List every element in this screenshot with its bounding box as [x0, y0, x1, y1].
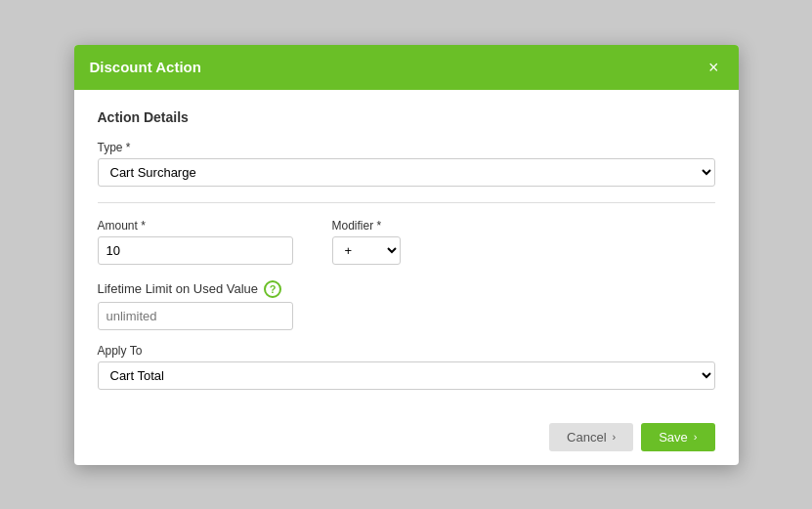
- lifetime-label-row: Lifetime Limit on Used Value ?: [98, 280, 715, 298]
- save-label: Save: [659, 430, 688, 445]
- cancel-arrow-icon: ›: [613, 431, 617, 443]
- modal-footer: Cancel › Save ›: [74, 409, 739, 465]
- apply-to-label: Apply To: [98, 344, 715, 358]
- modal-close-button[interactable]: ×: [705, 57, 723, 78]
- modal-body: Action Details Type * Cart Surcharge Dis…: [74, 90, 739, 409]
- amount-modifier-row: Amount * Modifier * + - %: [98, 219, 715, 265]
- modal-title: Discount Action: [90, 59, 201, 75]
- modal-overlay: Discount Action × Action Details Type * …: [0, 0, 812, 509]
- cancel-label: Cancel: [567, 430, 606, 445]
- type-field-group: Type * Cart Surcharge Discount Fixed Pri…: [98, 141, 715, 187]
- form-divider: [98, 202, 715, 203]
- lifetime-field-group: Lifetime Limit on Used Value ?: [98, 280, 715, 330]
- save-arrow-icon: ›: [694, 431, 698, 443]
- amount-field-group: Amount *: [98, 219, 293, 265]
- save-button[interactable]: Save ›: [641, 423, 714, 451]
- discount-action-modal: Discount Action × Action Details Type * …: [74, 45, 739, 465]
- lifetime-help-icon[interactable]: ?: [264, 280, 281, 298]
- lifetime-input[interactable]: [98, 302, 293, 330]
- modal-header: Discount Action ×: [74, 45, 739, 90]
- modifier-field-group: Modifier * + - %: [332, 219, 401, 265]
- amount-label: Amount *: [98, 219, 293, 233]
- apply-to-select[interactable]: Cart Total Line Item Order: [98, 361, 715, 390]
- apply-to-field-group: Apply To Cart Total Line Item Order: [98, 344, 715, 390]
- type-label: Type *: [98, 141, 715, 154]
- section-title: Action Details: [98, 109, 715, 125]
- amount-input[interactable]: [98, 236, 293, 265]
- modifier-label: Modifier *: [332, 219, 401, 233]
- type-select[interactable]: Cart Surcharge Discount Fixed Price: [98, 158, 715, 187]
- lifetime-label: Lifetime Limit on Used Value: [98, 281, 259, 296]
- modifier-select[interactable]: + - %: [332, 236, 401, 265]
- cancel-button[interactable]: Cancel ›: [549, 423, 633, 451]
